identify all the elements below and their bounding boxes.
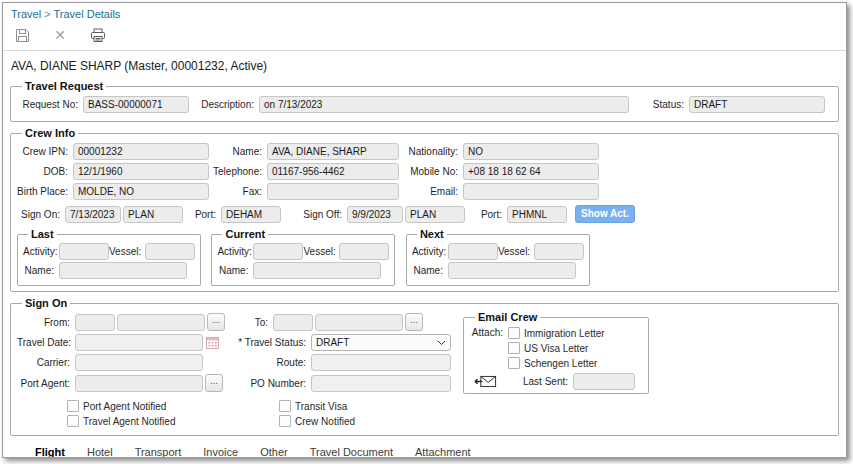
port-agent-field[interactable]	[75, 375, 203, 392]
current-name-field	[253, 262, 381, 279]
travel-agent-notified-checkbox[interactable]	[67, 415, 79, 427]
travel-request-legend: Travel Request	[22, 80, 106, 92]
last-vessel-field	[145, 243, 195, 260]
save-icon[interactable]	[13, 27, 31, 43]
from-name-field[interactable]	[117, 314, 205, 331]
to-code-field[interactable]	[273, 314, 313, 331]
from-code-field[interactable]	[75, 314, 115, 331]
crew-notified-label: Crew Notified	[295, 416, 355, 427]
port-agent-notified-label: Port Agent Notified	[83, 401, 166, 412]
send-email-icon[interactable]	[473, 374, 497, 389]
travel-date-label: Travel Date:	[17, 337, 75, 348]
sign-on-plan-field: PLAN	[123, 206, 183, 223]
tab-flight[interactable]: Flight	[34, 444, 66, 458]
carrier-field[interactable]	[75, 354, 203, 371]
tab-attachment[interactable]: Attachment	[414, 444, 472, 458]
from-lookup-button[interactable]: ...	[207, 313, 225, 331]
sign-on-date-field: 7/13/2023	[65, 206, 121, 223]
status-field: DRAFT	[689, 96, 825, 113]
show-act-button[interactable]: Show Act.	[575, 205, 635, 223]
description-field: on 7/13/2023	[259, 96, 629, 113]
current-activity-group: Current Activity: Vessel: Name:	[211, 228, 395, 286]
immigration-letter-label: Immigration Letter	[524, 328, 605, 339]
telephone-field: 01167-956-4462	[267, 163, 399, 180]
nationality-field: NO	[463, 143, 599, 160]
port-agent-label: Port Agent:	[17, 378, 75, 389]
sign-off-plan-field: PLAN	[405, 206, 465, 223]
print-icon[interactable]	[89, 27, 107, 43]
dob-field: 12/1/1960	[73, 163, 209, 180]
to-lookup-button[interactable]: ...	[405, 313, 423, 331]
last-activity-legend: Last	[28, 228, 57, 240]
travel-request-section: Travel Request Request No: BASS-00000071…	[10, 80, 839, 122]
transit-visa-label: Transit Visa	[295, 401, 347, 412]
current-activity-field	[253, 243, 303, 260]
sign-on-port-label: Port:	[189, 209, 221, 220]
mobile-label: Mobile No:	[399, 166, 463, 177]
birth-place-field: MOLDE, NO	[73, 183, 209, 200]
from-label: From:	[17, 317, 75, 328]
us-visa-letter-label: US Visa Letter	[524, 343, 588, 354]
next-activity-group: Next Activity: Vessel: Name:	[406, 228, 590, 286]
breadcrumb-separator: >	[44, 8, 50, 20]
last-activity-field	[59, 243, 109, 260]
po-number-field[interactable]	[311, 375, 451, 392]
carrier-label: Carrier:	[17, 357, 75, 368]
us-visa-letter-checkbox[interactable]	[508, 342, 520, 354]
travel-details-window: Travel > Travel Details ✕ AVA, DIANE S	[2, 2, 847, 458]
request-no-field: BASS-00000071	[83, 96, 189, 113]
schengen-letter-label: Schengen Letter	[524, 358, 597, 369]
immigration-letter-checkbox[interactable]	[508, 327, 520, 339]
close-icon[interactable]: ✕	[51, 27, 69, 43]
last-name-field	[59, 262, 187, 279]
fax-field	[267, 183, 399, 200]
route-field[interactable]	[311, 354, 451, 371]
name-label: Name:	[23, 265, 59, 276]
tab-transport[interactable]: Transport	[134, 444, 183, 458]
email-crew-legend: Email Crew	[475, 311, 540, 323]
name-label: Name:	[412, 265, 448, 276]
email-label: Email:	[399, 186, 463, 197]
travel-date-field[interactable]	[75, 334, 203, 351]
next-activity-field	[448, 243, 498, 260]
port-agent-lookup-button[interactable]: ...	[205, 374, 223, 392]
toolbar: ✕	[3, 23, 846, 51]
next-name-field	[448, 262, 576, 279]
schengen-letter-checkbox[interactable]	[508, 357, 520, 369]
calendar-icon[interactable]	[206, 336, 219, 349]
breadcrumb-travel-link[interactable]: Travel	[11, 8, 41, 20]
next-activity-legend: Next	[417, 228, 447, 240]
travel-status-select[interactable]: DRAFT	[311, 334, 451, 351]
nationality-label: Nationality:	[399, 146, 463, 157]
tab-travel-document[interactable]: Travel Document	[309, 444, 394, 458]
po-number-label: PO Number:	[237, 378, 311, 389]
name-label: Name:	[217, 265, 253, 276]
tab-hotel[interactable]: Hotel	[86, 444, 114, 458]
sign-off-label: Sign Off:	[303, 209, 347, 220]
crew-name-label: Name:	[209, 146, 267, 157]
activity-label: Activity:	[412, 246, 448, 257]
page-title: AVA, DIANE SHARP (Master, 00001232, Acti…	[11, 59, 839, 73]
sign-off-port-label: Port:	[475, 209, 507, 220]
transit-visa-checkbox[interactable]	[279, 400, 291, 412]
breadcrumb-current-page: Travel Details	[54, 8, 121, 20]
port-agent-notified-checkbox[interactable]	[67, 400, 79, 412]
dob-label: DOB:	[17, 166, 73, 177]
current-activity-legend: Current	[222, 228, 268, 240]
crew-info-legend: Crew Info	[22, 127, 78, 139]
tab-other[interactable]: Other	[259, 444, 289, 458]
to-name-field[interactable]	[315, 314, 403, 331]
vessel-label: Vessel:	[109, 246, 145, 257]
tab-invoice[interactable]: Invoice	[202, 444, 239, 458]
travel-status-label: * Travel Status:	[235, 337, 311, 348]
route-label: Route:	[219, 357, 311, 368]
vessel-label: Vessel:	[498, 246, 534, 257]
email-crew-section: Email Crew Attach: Immigration Letter US…	[463, 311, 649, 394]
description-label: Description:	[189, 99, 259, 110]
crew-notified-checkbox[interactable]	[279, 415, 291, 427]
birth-place-label: Birth Place:	[17, 186, 73, 197]
last-activity-group: Last Activity: Vessel: Name:	[17, 228, 201, 286]
activity-label: Activity:	[217, 246, 253, 257]
mobile-field: +08 18 18 62 64	[463, 163, 599, 180]
sign-on-legend: Sign On	[22, 297, 70, 309]
